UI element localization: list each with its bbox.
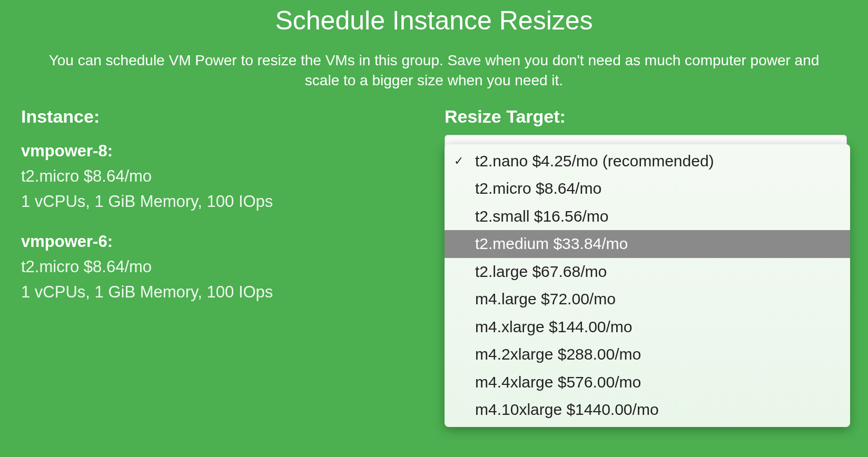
- resize-target-dropdown[interactable]: ✓ t2.nano $4.25/mo (recommended) t2.micr…: [445, 144, 850, 427]
- option-label: t2.large $67.68/mo: [475, 263, 607, 280]
- option-t2-nano[interactable]: ✓ t2.nano $4.25/mo (recommended): [445, 147, 850, 175]
- instance-block: vmpower-6: t2.micro $8.64/mo 1 vCPUs, 1 …: [21, 232, 423, 302]
- checkmark-icon: ✓: [454, 153, 463, 169]
- resize-target-label: Resize Target:: [445, 106, 847, 127]
- instance-type: t2.micro $8.64/mo: [21, 167, 423, 186]
- resize-target-column: Resize Target: ✓ t2.nano $4.25/mo (recom…: [445, 106, 847, 323]
- instance-name: vmpower-8:: [21, 142, 423, 161]
- option-label: t2.small $16.56/mo: [475, 207, 608, 225]
- option-label: m4.2xlarge $288.00/mo: [475, 345, 641, 363]
- option-t2-micro[interactable]: t2.micro $8.64/mo: [445, 175, 850, 203]
- layout-columns: Instance: vmpower-8: t2.micro $8.64/mo 1…: [21, 106, 847, 323]
- option-m4-xlarge[interactable]: m4.xlarge $144.00/mo: [445, 313, 850, 341]
- option-m4-2xlarge[interactable]: m4.2xlarge $288.00/mo: [445, 341, 850, 369]
- page-title: Schedule Instance Resizes: [21, 5, 847, 36]
- option-t2-medium[interactable]: t2.medium $33.84/mo: [445, 230, 850, 258]
- option-label: t2.micro $8.64/mo: [475, 180, 601, 197]
- option-label: t2.nano $4.25/mo (recommended): [475, 152, 714, 170]
- instance-name: vmpower-6:: [21, 232, 423, 251]
- option-m4-10xlarge[interactable]: m4.10xlarge $1440.00/mo: [445, 396, 850, 424]
- instance-label: Instance:: [21, 106, 423, 127]
- instance-specs: 1 vCPUs, 1 GiB Memory, 100 IOps: [21, 192, 423, 211]
- option-label: m4.10xlarge $1440.00/mo: [475, 401, 659, 418]
- page-description: You can schedule VM Power to resize the …: [34, 51, 834, 91]
- instance-block: vmpower-8: t2.micro $8.64/mo 1 vCPUs, 1 …: [21, 142, 423, 211]
- instance-type: t2.micro $8.64/mo: [21, 257, 423, 276]
- option-label: m4.4xlarge $576.00/mo: [475, 373, 641, 391]
- option-t2-small[interactable]: t2.small $16.56/mo: [445, 203, 850, 231]
- instance-specs: 1 vCPUs, 1 GiB Memory, 100 IOps: [21, 283, 423, 302]
- option-label: m4.xlarge $144.00/mo: [475, 318, 633, 335]
- option-m4-large[interactable]: m4.large $72.00/mo: [445, 285, 850, 313]
- instance-column: Instance: vmpower-8: t2.micro $8.64/mo 1…: [21, 106, 423, 323]
- option-m4-4xlarge[interactable]: m4.4xlarge $576.00/mo: [445, 369, 850, 396]
- option-label: m4.large $72.00/mo: [475, 290, 616, 307]
- option-label: t2.medium $33.84/mo: [475, 235, 628, 252]
- option-t2-large[interactable]: t2.large $67.68/mo: [445, 258, 850, 286]
